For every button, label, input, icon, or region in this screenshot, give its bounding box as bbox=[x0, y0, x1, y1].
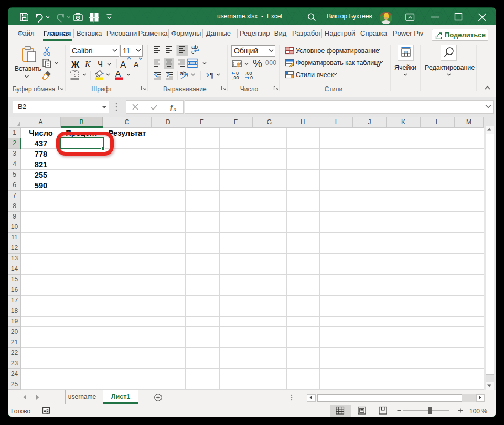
svg-text:К: К bbox=[84, 60, 91, 69]
svg-text:%: % bbox=[253, 58, 262, 69]
svg-text:000: 000 bbox=[265, 59, 277, 67]
svg-text:x: x bbox=[173, 106, 176, 112]
svg-text:c: c bbox=[191, 49, 195, 55]
svg-text:А: А bbox=[115, 69, 121, 78]
svg-text:,00: ,00 bbox=[232, 75, 239, 80]
svg-text:А: А bbox=[134, 60, 139, 69]
svg-text:¶: ¶ bbox=[210, 71, 213, 79]
svg-text:Ч: Ч bbox=[98, 59, 103, 68]
svg-text:Ж: Ж bbox=[71, 60, 80, 70]
svg-text:0: 0 bbox=[250, 75, 253, 80]
svg-text:А: А bbox=[120, 60, 126, 70]
